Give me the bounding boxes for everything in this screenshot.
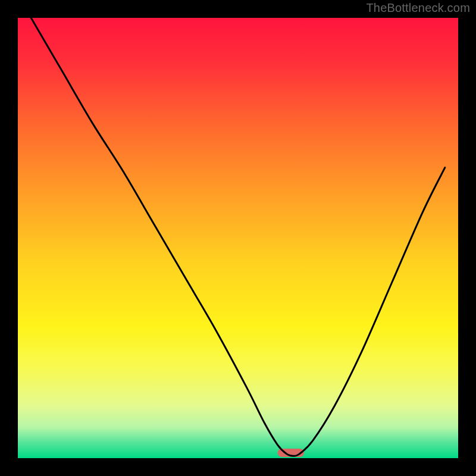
chart-svg: [0, 0, 476, 476]
bottleneck-chart: [0, 0, 476, 476]
watermark-label: TheBottleneck.com: [366, 1, 470, 15]
chart-background: [18, 18, 458, 458]
